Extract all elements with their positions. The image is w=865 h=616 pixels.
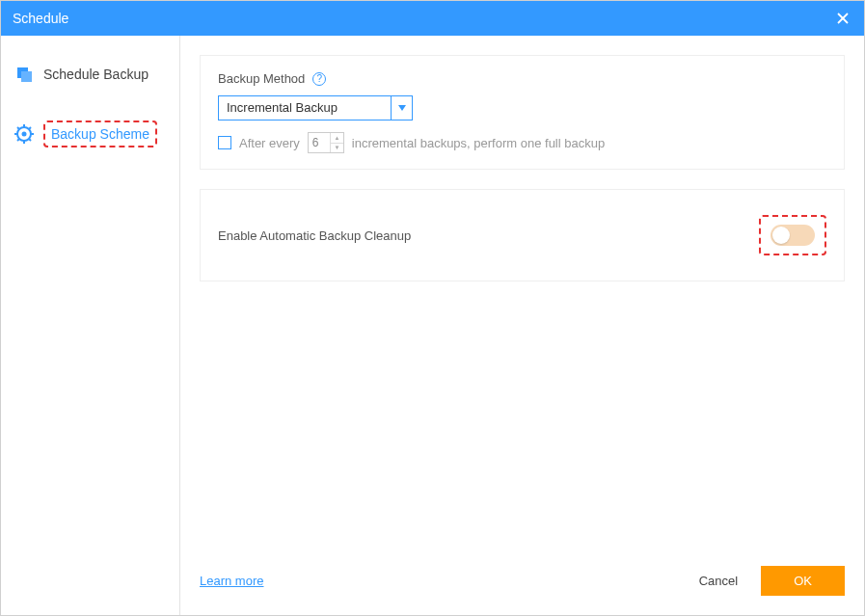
cleanup-toggle-highlight: [759, 215, 826, 255]
window-title: Schedule: [13, 11, 68, 26]
sidebar: Schedule Backup: [1, 36, 180, 615]
titlebar: Schedule: [1, 1, 864, 36]
after-every-label-post: incremental backups, perform one full ba…: [352, 136, 605, 150]
learn-more-link[interactable]: Learn more: [200, 574, 263, 588]
cleanup-label: Enable Automatic Backup Cleanup: [218, 228, 411, 243]
sidebar-item-label: Schedule Backup: [43, 67, 149, 82]
svg-marker-14: [398, 105, 406, 111]
backup-method-panel: Backup Method ? Incremental Backup After…: [200, 55, 845, 170]
svg-line-10: [17, 127, 19, 129]
footer: Learn more Cancel OK: [200, 552, 845, 605]
cleanup-toggle[interactable]: [770, 225, 815, 246]
spinner: ▲ ▼: [330, 133, 343, 152]
ok-button[interactable]: OK: [761, 566, 845, 596]
sidebar-item-label: Backup Scheme: [43, 121, 157, 147]
sidebar-item-schedule-backup[interactable]: Schedule Backup: [1, 55, 179, 94]
cancel-button[interactable]: Cancel: [682, 566, 755, 596]
after-every-label-pre: After every: [239, 136, 300, 150]
backup-method-label-row: Backup Method ?: [218, 71, 826, 86]
after-every-row: After every 6 ▲ ▼ incremental backups, p…: [218, 132, 826, 153]
svg-line-11: [29, 139, 31, 141]
after-every-count-input[interactable]: 6 ▲ ▼: [308, 132, 344, 153]
backup-method-label: Backup Method: [218, 71, 305, 86]
after-every-checkbox[interactable]: [218, 136, 231, 149]
main-content: Backup Method ? Incremental Backup After…: [180, 36, 864, 615]
schedule-window: Schedule Schedule Backup: [0, 0, 865, 616]
svg-line-13: [17, 139, 19, 141]
after-every-value: 6: [309, 133, 330, 152]
spinner-up[interactable]: ▲: [331, 133, 343, 144]
svg-point-5: [22, 132, 27, 137]
svg-line-12: [29, 127, 31, 129]
chevron-down-icon: [391, 96, 412, 120]
spinner-down[interactable]: ▼: [331, 144, 343, 153]
sidebar-item-backup-scheme[interactable]: Backup Scheme: [1, 111, 179, 157]
cleanup-panel: Enable Automatic Backup Cleanup: [200, 189, 845, 281]
footer-buttons: Cancel OK: [682, 566, 845, 596]
gear-icon: [14, 124, 34, 144]
dropdown-value: Incremental Backup: [219, 96, 391, 120]
toggle-knob: [772, 227, 790, 244]
backup-method-dropdown[interactable]: Incremental Backup: [218, 95, 413, 121]
help-icon[interactable]: ?: [312, 72, 326, 86]
body: Schedule Backup: [1, 36, 864, 615]
overlap-square-icon: [14, 65, 34, 84]
svg-rect-3: [21, 71, 32, 82]
close-button[interactable]: [833, 9, 852, 28]
close-icon: [836, 12, 850, 25]
